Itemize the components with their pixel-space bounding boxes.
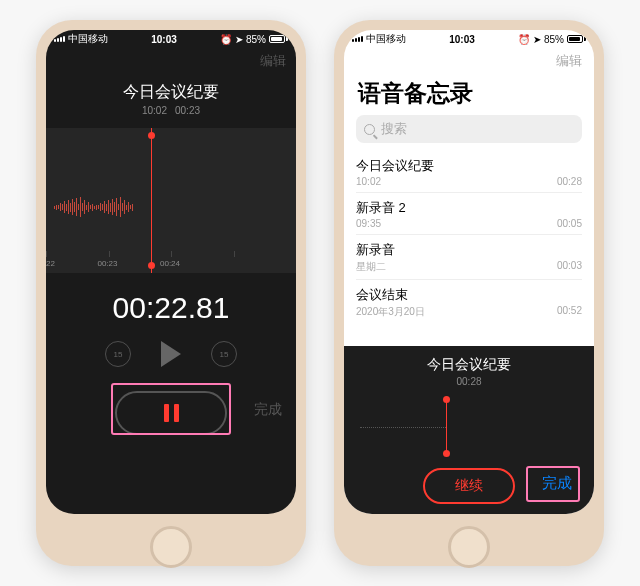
list-item[interactable]: 会议结束 2020年3月20日00:52 bbox=[356, 279, 582, 324]
tutorial-highlight bbox=[111, 383, 231, 435]
edit-button[interactable]: 编辑 bbox=[46, 48, 296, 74]
status-bar: 中国移动 10:03 ⏰ ➤ 85% bbox=[46, 30, 296, 48]
panel-duration: 00:28 bbox=[356, 376, 582, 387]
home-button[interactable] bbox=[448, 526, 490, 568]
search-placeholder: 搜索 bbox=[381, 120, 407, 138]
edit-button[interactable]: 编辑 bbox=[344, 48, 594, 74]
list-item[interactable]: 新录音 星期二00:03 bbox=[356, 234, 582, 279]
signal-icon bbox=[352, 36, 363, 42]
skip-back-15-button[interactable] bbox=[105, 341, 131, 367]
panel-title: 今日会议纪要 bbox=[356, 356, 582, 374]
search-icon bbox=[364, 124, 375, 135]
alarm-icon: ⏰ bbox=[220, 34, 232, 45]
waveform-audio bbox=[46, 193, 156, 221]
phone-frame-left: 中国移动 10:03 ⏰ ➤ 85% 编辑 今日会议纪要 10:02 00:23 bbox=[36, 20, 306, 566]
continue-recording-button[interactable]: 继续 bbox=[423, 468, 515, 504]
location-icon: ➤ bbox=[533, 34, 541, 45]
location-icon: ➤ bbox=[235, 34, 243, 45]
recordings-list: 今日会议纪要 10:0200:28 新录音 2 09:3500:05 新录音 星… bbox=[344, 151, 594, 324]
battery-icon bbox=[567, 35, 586, 43]
battery-icon bbox=[269, 35, 288, 43]
battery-percent: 85% bbox=[246, 34, 266, 45]
recording-time-created: 10:02 bbox=[142, 105, 167, 116]
playhead-indicator[interactable] bbox=[446, 399, 447, 454]
recording-header: 今日会议纪要 10:02 00:23 bbox=[46, 74, 296, 120]
battery-percent: 85% bbox=[544, 34, 564, 45]
carrier-label: 中国移动 bbox=[68, 32, 108, 46]
play-button[interactable] bbox=[161, 341, 181, 367]
recording-duration: 00:23 bbox=[175, 105, 200, 116]
status-time: 10:03 bbox=[151, 34, 177, 45]
elapsed-time: 00:22.81 bbox=[46, 273, 296, 325]
status-bar: 中国移动 10:03 ⏰ ➤ 85% bbox=[344, 30, 594, 48]
tutorial-highlight bbox=[526, 466, 580, 502]
carrier-label: 中国移动 bbox=[366, 32, 406, 46]
skip-forward-15-button[interactable] bbox=[211, 341, 237, 367]
search-input[interactable]: 搜索 bbox=[356, 115, 582, 143]
done-button[interactable]: 完成 bbox=[254, 401, 282, 419]
playback-panel: 今日会议纪要 00:28 继续 完成 bbox=[344, 346, 594, 514]
signal-icon bbox=[54, 36, 65, 42]
alarm-icon: ⏰ bbox=[518, 34, 530, 45]
panel-waveform[interactable] bbox=[356, 393, 582, 460]
phone-frame-right: 中国移动 10:03 ⏰ ➤ 85% 编辑 语音备忘录 搜索 今日会议纪要 bbox=[334, 20, 604, 566]
waveform-view[interactable]: 00:22 00:23 00:24 bbox=[46, 128, 296, 273]
status-time: 10:03 bbox=[449, 34, 475, 45]
list-item[interactable]: 今日会议纪要 10:0200:28 bbox=[356, 151, 582, 192]
recording-title: 今日会议纪要 bbox=[46, 82, 296, 103]
home-button[interactable] bbox=[150, 526, 192, 568]
time-ruler: 00:22 00:23 00:24 bbox=[46, 251, 296, 273]
page-title: 语音备忘录 bbox=[344, 74, 594, 115]
transport-controls bbox=[46, 325, 296, 383]
list-item[interactable]: 新录音 2 09:3500:05 bbox=[356, 192, 582, 234]
